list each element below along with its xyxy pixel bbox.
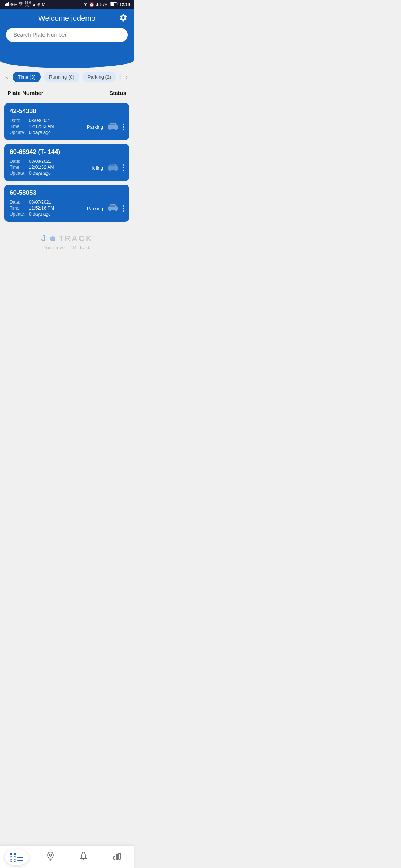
vehicle-card[interactable]: 60-58053 Date: 08/07/2021 Time: 11:52:16…: [4, 185, 129, 222]
status-header: Status: [109, 90, 126, 96]
svg-rect-12: [113, 205, 115, 207]
table-divider: [4, 99, 129, 99]
battery-icon: [110, 2, 118, 7]
brand-tagline: You move ... We track: [4, 245, 129, 250]
update-label: Update:: [10, 211, 27, 217]
network-type: 4G+: [10, 3, 17, 7]
more-options-icon[interactable]: [123, 164, 124, 171]
time-row: Time: 12:01:52 AM: [10, 165, 88, 170]
search-bar[interactable]: [6, 28, 128, 42]
time-value: 11:52:16 PM: [29, 206, 54, 211]
update-row: Update: 0 days ago: [10, 171, 88, 176]
brand-logo: J TRACK: [4, 233, 129, 243]
status-right: 👁 ⏰ ✱ 57% 12:18: [84, 2, 130, 7]
eye-icon: 👁: [84, 2, 88, 7]
date-row: Date: 08/08/2021: [10, 118, 83, 123]
car-icon: [107, 203, 119, 214]
svg-rect-8: [113, 124, 115, 125]
svg-rect-0: [4, 5, 4, 6]
more-options-icon[interactable]: [123, 205, 124, 212]
tab-id[interactable]: Id: [119, 72, 121, 82]
time: 12:18: [120, 2, 130, 7]
time-value: 12:12:33 AM: [29, 124, 54, 129]
car-icon: [107, 162, 119, 174]
vehicle-card[interactable]: 60-66942 (T- 144) Date: 08/08/2021 Time:…: [4, 144, 129, 181]
watermark: J TRACK You move ... We track: [4, 226, 129, 253]
status-badge: Parking: [87, 206, 103, 211]
whatsapp-icon: ◎: [37, 2, 41, 7]
plate-number-header: Plate Number: [7, 90, 102, 96]
tab-parking[interactable]: Parking (2): [82, 72, 117, 82]
card-right: Idling: [92, 162, 124, 174]
svg-rect-10: [113, 164, 115, 166]
update-value: 0 days ago: [29, 211, 51, 217]
brand-dot: [50, 236, 55, 241]
date-value: 08/08/2021: [29, 118, 51, 123]
svg-rect-9: [110, 164, 113, 166]
status-badge: Idling: [92, 165, 103, 171]
update-row: Update: 0 days ago: [10, 130, 83, 135]
time-row: Time: 11:52:16 PM: [10, 206, 83, 211]
search-input[interactable]: [13, 32, 120, 38]
bluetooth-icon: ✱: [96, 3, 99, 7]
tab-running[interactable]: Running (0): [44, 72, 79, 82]
svg-rect-6: [110, 3, 114, 6]
svg-rect-7: [110, 124, 113, 125]
signal-icon: [4, 2, 9, 7]
time-label: Time:: [10, 124, 27, 129]
card-info: Date: 08/08/2021 Time: 12:12:33 AM Updat…: [10, 118, 83, 136]
card-body: Date: 08/08/2021 Time: 12:01:52 AM Updat…: [10, 159, 124, 177]
card-info: Date: 08/07/2021 Time: 11:52:16 PM Updat…: [10, 200, 83, 217]
table-header: Plate Number Status: [4, 88, 129, 99]
update-value: 0 days ago: [29, 130, 51, 135]
svg-rect-11: [110, 205, 113, 207]
card-body: Date: 08/08/2021 Time: 12:12:33 AM Updat…: [10, 118, 124, 136]
card-body: Date: 08/07/2021 Time: 11:52:16 PM Updat…: [10, 200, 124, 217]
update-label: Update:: [10, 171, 27, 176]
date-row: Date: 08/07/2021: [10, 200, 83, 205]
date-value: 08/08/2021: [29, 159, 51, 164]
more-options-icon[interactable]: [123, 124, 124, 130]
car-icon: [107, 121, 119, 133]
date-value: 08/07/2021: [29, 200, 51, 205]
welcome-title: Welcome jodemo: [38, 14, 95, 23]
time-label: Time:: [10, 165, 27, 170]
card-info: Date: 08/08/2021 Time: 12:01:52 AM Updat…: [10, 159, 88, 177]
date-label: Date:: [10, 159, 27, 164]
time-row: Time: 12:12:33 AM: [10, 124, 83, 129]
header: Welcome jodemo: [0, 9, 134, 60]
status-badge: Parking: [87, 124, 103, 130]
header-top: Welcome jodemo: [6, 14, 128, 23]
tab-time[interactable]: Time (3): [13, 72, 41, 82]
svg-rect-2: [6, 3, 7, 6]
update-row: Update: 0 days ago: [10, 211, 83, 217]
update-label: Update:: [10, 130, 27, 135]
speed: 15.9K/s: [25, 1, 31, 8]
svg-rect-3: [7, 3, 8, 6]
plate-number: 60-66942 (T- 144): [10, 148, 124, 156]
alarm-icon: ⏰: [89, 2, 94, 7]
time-label: Time:: [10, 206, 27, 211]
main-content: ‹ Time (3) Running (0) Parking (2) Id › …: [0, 60, 134, 283]
status-left: 4G+ 15.9K/s ▲ ◎ M: [4, 1, 45, 8]
filter-tabs: ‹ Time (3) Running (0) Parking (2) Id ›: [4, 72, 129, 82]
tabs-prev-button[interactable]: ‹: [4, 72, 10, 82]
svg-rect-4: [8, 2, 9, 6]
date-label: Date:: [10, 118, 27, 123]
svg-rect-1: [5, 4, 6, 6]
wifi-icon: [18, 2, 23, 7]
vehicle-card[interactable]: 42-54338 Date: 08/08/2021 Time: 12:12:33…: [4, 103, 129, 140]
tabs-next-button[interactable]: ›: [124, 72, 129, 82]
battery-percent: 57%: [100, 2, 108, 7]
date-label: Date:: [10, 200, 27, 205]
status-bar: 4G+ 15.9K/s ▲ ◎ M 👁 ⏰ ✱ 57% 12:18: [0, 0, 134, 9]
gmail-icon: M: [42, 2, 45, 7]
tabs-container: Time (3) Running (0) Parking (2) Id: [13, 72, 121, 82]
plate-number: 42-54338: [10, 108, 124, 115]
time-value: 12:01:52 AM: [29, 165, 54, 170]
card-right: Parking: [87, 203, 124, 214]
date-row: Date: 08/08/2021: [10, 159, 88, 164]
plate-number: 60-58053: [10, 189, 124, 197]
update-value: 0 days ago: [29, 171, 51, 176]
settings-icon[interactable]: [119, 13, 128, 24]
